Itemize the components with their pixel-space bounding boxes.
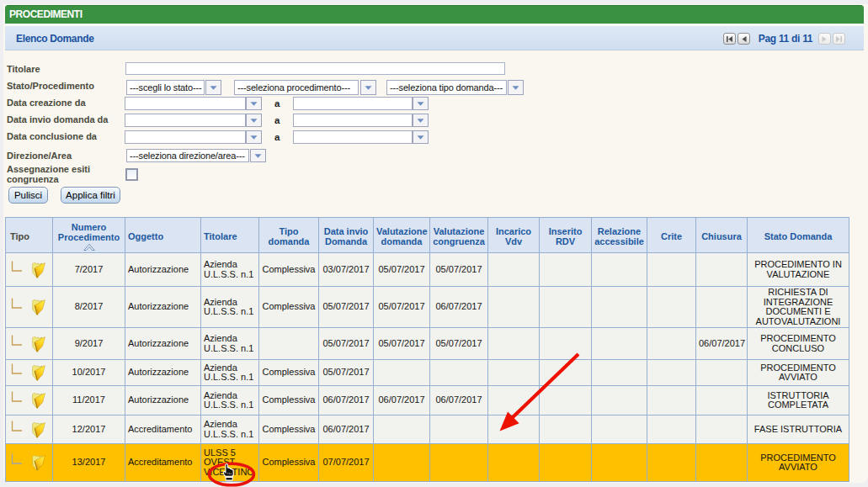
col-data-invio[interactable]: Data invio Domanda (319, 218, 374, 253)
tipo-domanda-cell: Complessiva (259, 386, 319, 416)
tipo-domanda-combo-button[interactable] (508, 80, 524, 95)
data-creazione-da-input[interactable] (125, 97, 246, 110)
stato-combo-input[interactable]: ---scegli lo stato--- (126, 80, 205, 95)
titolare-input[interactable] (125, 62, 505, 75)
col-stato-domanda[interactable]: Stato Domanda (748, 218, 849, 253)
crite-cell (647, 360, 696, 386)
tree-node-folder-icon[interactable] (9, 298, 48, 316)
data-invio-label: Data invio domanda da (7, 115, 108, 125)
col-numero-procedimento[interactable]: Numero Procedimento (53, 218, 125, 253)
crite-cell (647, 253, 696, 287)
numero-procedimento-cell: 7/2017 (53, 253, 125, 287)
data-invio-da-input[interactable] (125, 114, 246, 127)
chiusura-cell (696, 360, 748, 386)
valutazione-congruenza-cell (430, 360, 488, 386)
col-oggetto[interactable]: Oggetto (125, 218, 201, 253)
valutazione-congruenza-cell: 05/07/2017 (430, 253, 488, 287)
procedimento-combo-button[interactable] (360, 80, 376, 95)
data-creazione-da-button[interactable] (246, 97, 262, 110)
data-invio-da-button[interactable] (246, 114, 262, 127)
stato-domanda-cell: PROCEDIMENTO AVVIATO (748, 444, 849, 482)
module-title-bar: PROCEDIMENTI (5, 5, 864, 24)
numero-procedimento-cell: 9/2017 (53, 328, 125, 360)
titolare-cell: Azienda U.L.S.S. n.1 (201, 287, 259, 328)
col-val-domanda[interactable]: Valutazione domanda (374, 218, 430, 253)
relazione-accessibile-cell (592, 416, 647, 444)
incarico-vdv-cell (488, 416, 540, 444)
valutazione-domanda-cell (374, 416, 430, 444)
col-crite[interactable]: Crite (647, 218, 696, 253)
valutazione-congruenza-cell: 05/07/2017 (430, 328, 488, 360)
data-creazione-a-input[interactable] (293, 97, 413, 110)
domande-table: Tipo Numero Procedimento Oggetto Titolar… (5, 217, 849, 482)
stato-domanda-cell: PROCEDIMENTO AVVIATO (748, 360, 849, 386)
tree-node-folder-icon[interactable] (9, 421, 48, 439)
col-tipo: Tipo (6, 218, 53, 253)
titolare-cell: ULSS 5 OVEST VICENTINO (201, 444, 259, 482)
col-titolare[interactable]: Titolare (201, 218, 259, 253)
relazione-accessibile-cell (592, 360, 647, 386)
titolare-cell: Azienda U.L.S.S. n.1 (201, 386, 259, 416)
relazione-accessibile-cell (592, 386, 647, 416)
inserito-rdv-cell (540, 360, 592, 386)
tipo-cell (6, 253, 53, 287)
col-inserito-rdv[interactable]: Inserito RDV (540, 218, 592, 253)
stato-combo-button[interactable] (205, 80, 221, 95)
section-title: Elenco Domande (16, 33, 93, 45)
data-invio-cell: 03/07/2017 (319, 253, 374, 287)
titolare-cell: Azienda U.L.S.S. n.1 (201, 253, 259, 287)
tree-node-folder-icon[interactable] (9, 363, 48, 382)
relazione-accessibile-cell (592, 287, 647, 328)
table-row[interactable]: 7/2017AutorizzazioneAzienda U.L.S.S. n.1… (6, 253, 849, 287)
data-invio-cell: 05/07/2017 (319, 360, 374, 386)
numero-procedimento-cell: 11/2017 (53, 386, 125, 416)
tipo-domanda-combo-input[interactable]: ---seleziona tipo domanda--- (386, 80, 507, 95)
tipo-domanda-cell: Complessiva (259, 360, 319, 386)
tipo-cell (6, 416, 53, 444)
titolare-cell: Azienda U.L.S.S. n.1 (201, 328, 259, 360)
pager-next-button[interactable] (818, 33, 831, 45)
col-relazione[interactable]: Relazione accessibile (592, 218, 647, 253)
chevron-down-icon (250, 135, 258, 140)
data-creazione-label: Data creazione da (7, 98, 86, 109)
data-conclusione-a-input[interactable] (293, 130, 413, 144)
tree-node-folder-icon[interactable] (9, 453, 48, 472)
data-creazione-a-button[interactable] (413, 97, 429, 110)
pager-first-button[interactable] (723, 33, 736, 45)
table-row[interactable]: 10/2017AutorizzazioneAzienda U.L.S.S. n.… (6, 360, 849, 386)
data-conclusione-a-button[interactable] (413, 130, 429, 144)
assegnazione-checkbox[interactable] (125, 168, 138, 181)
tree-node-folder-icon[interactable] (9, 335, 48, 353)
table-row[interactable]: 8/2017AutorizzazioneAzienda U.L.S.S. n.1… (6, 287, 849, 328)
col-incarico-vdv[interactable]: Incarico Vdv (488, 218, 540, 253)
direzione-combo-button[interactable] (250, 149, 266, 162)
data-conclusione-da-input[interactable] (125, 130, 246, 144)
page: PROCEDIMENTI Elenco Domande Pag 11 di 11… (0, 0, 868, 487)
pager-prev-button[interactable] (738, 33, 750, 45)
table-row[interactable]: 11/2017AutorizzazioneAzienda U.L.S.S. n.… (6, 386, 849, 416)
applica-filtri-button[interactable]: Applica filtri (61, 187, 120, 204)
table-row[interactable]: 13/2017AccreditamentoULSS 5 OVEST VICENT… (6, 444, 849, 482)
tree-node-folder-icon[interactable] (9, 261, 48, 279)
pulisci-button[interactable]: Pulisci (8, 187, 48, 204)
data-invio-cell: 06/07/2017 (319, 416, 374, 444)
oggetto-cell: Autorizzazione (125, 386, 201, 416)
tree-node-folder-icon[interactable] (9, 391, 48, 410)
incarico-vdv-cell (488, 253, 540, 287)
incarico-vdv-cell (488, 386, 540, 416)
valutazione-congruenza-cell: 06/07/2017 (430, 287, 488, 328)
data-invio-a-input[interactable] (293, 114, 413, 127)
table-row[interactable]: 12/2017AccreditamentoAzienda U.L.S.S. n.… (6, 416, 849, 444)
col-tipo-domanda[interactable]: Tipo domanda (259, 218, 319, 253)
table-row[interactable]: 9/2017AutorizzazioneAzienda U.L.S.S. n.1… (6, 328, 849, 360)
chevron-down-icon (512, 86, 519, 90)
pager-last-button[interactable] (833, 33, 845, 45)
procedimento-combo-input[interactable]: ---seleziona procedimento--- (234, 80, 359, 95)
col-chiusura[interactable]: Chiusura (696, 218, 748, 253)
col-val-congruenza[interactable]: Valutazione congruenza (430, 218, 488, 253)
chevron-down-icon (250, 102, 258, 106)
stato-domanda-cell: PROCEDIMENTO CONCLUSO (748, 328, 849, 360)
direzione-combo-input[interactable]: ---seleziona direzione/area--- (126, 149, 249, 162)
data-conclusione-da-button[interactable] (246, 130, 262, 144)
data-invio-a-button[interactable] (413, 114, 429, 127)
